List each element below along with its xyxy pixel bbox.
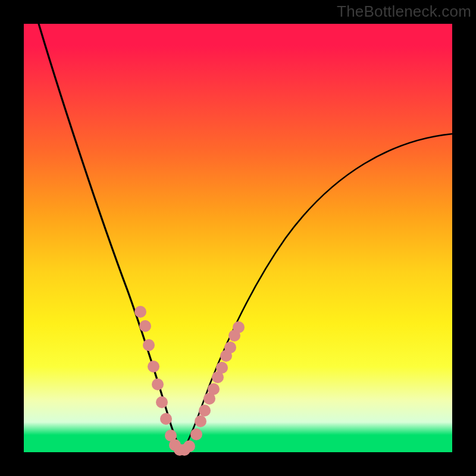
chart-frame: TheBottleneck.com [0,0,476,476]
data-marker [143,339,155,351]
data-marker [224,342,236,353]
data-marker [183,440,195,452]
bottleneck-curve-right [182,134,452,451]
chart-svg [24,24,452,452]
watermark-text: TheBottleneck.com [337,2,471,21]
data-marker [152,378,164,390]
data-marker [190,428,202,440]
data-marker [195,415,206,427]
data-marker [199,405,211,416]
data-marker [216,362,228,374]
data-marker [139,320,151,332]
data-marker [148,361,159,372]
data-marker [208,383,220,395]
data-marker [160,413,172,425]
data-marker [134,306,146,318]
data-marker [233,321,245,333]
data-marker [156,396,168,408]
marker-group [134,306,245,456]
